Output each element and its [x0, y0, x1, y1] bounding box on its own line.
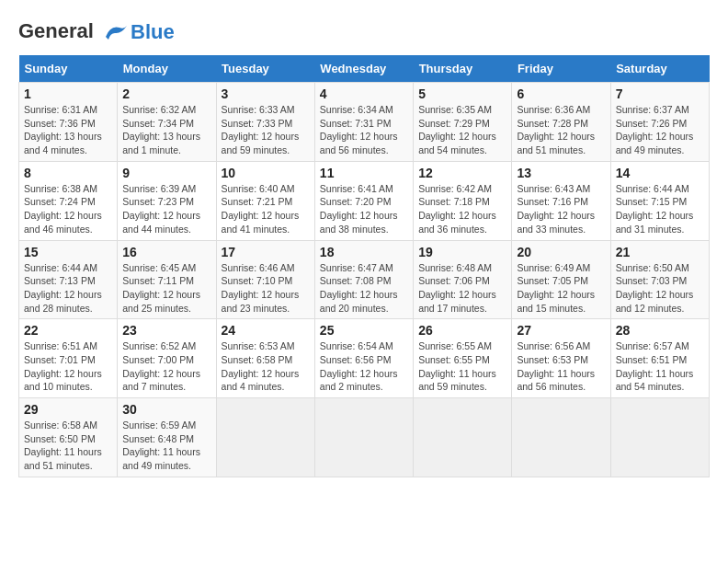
day-detail: Sunrise: 6:42 AMSunset: 7:18 PMDaylight:… — [418, 183, 496, 235]
calendar-cell: 2 Sunrise: 6:32 AMSunset: 7:34 PMDayligh… — [118, 83, 216, 162]
day-detail: Sunrise: 6:49 AMSunset: 7:05 PMDaylight:… — [517, 262, 595, 314]
day-detail: Sunrise: 6:35 AMSunset: 7:29 PMDaylight:… — [418, 104, 496, 155]
calendar-cell: 6 Sunrise: 6:36 AMSunset: 7:28 PMDayligh… — [512, 83, 610, 162]
calendar-cell: 8 Sunrise: 6:38 AMSunset: 7:24 PMDayligh… — [19, 161, 118, 240]
day-number: 17 — [222, 245, 310, 259]
calendar-body: 1 Sunrise: 6:31 AMSunset: 7:36 PMDayligh… — [19, 83, 710, 477]
col-header-friday: Friday — [512, 55, 610, 83]
calendar-week-row: 15 Sunrise: 6:44 AMSunset: 7:13 PMDaylig… — [19, 240, 710, 319]
day-detail: Sunrise: 6:50 AMSunset: 7:03 PMDaylight:… — [616, 262, 694, 314]
col-header-tuesday: Tuesday — [216, 55, 314, 83]
calendar-cell: 3 Sunrise: 6:33 AMSunset: 7:33 PMDayligh… — [216, 83, 314, 162]
day-number: 5 — [418, 86, 506, 101]
calendar-cell: 29 Sunrise: 6:58 AMSunset: 6:50 PMDaylig… — [19, 398, 118, 477]
day-detail: Sunrise: 6:56 AMSunset: 6:53 PMDaylight:… — [517, 340, 595, 392]
day-detail: Sunrise: 6:54 AMSunset: 6:56 PMDaylight:… — [320, 340, 398, 392]
day-detail: Sunrise: 6:37 AMSunset: 7:26 PMDaylight:… — [616, 104, 694, 155]
calendar-cell — [610, 398, 709, 477]
calendar-week-row: 8 Sunrise: 6:38 AMSunset: 7:24 PMDayligh… — [19, 161, 710, 240]
calendar-cell: 1 Sunrise: 6:31 AMSunset: 7:36 PMDayligh… — [19, 83, 118, 162]
day-number: 18 — [320, 245, 408, 259]
page-header: General Blue — [18, 18, 710, 46]
day-number: 10 — [222, 166, 310, 180]
calendar-cell: 18 Sunrise: 6:47 AMSunset: 7:08 PMDaylig… — [314, 240, 413, 319]
calendar-cell: 13 Sunrise: 6:43 AMSunset: 7:16 PMDaylig… — [512, 161, 610, 240]
day-number: 19 — [418, 245, 506, 259]
day-detail: Sunrise: 6:36 AMSunset: 7:28 PMDaylight:… — [517, 104, 595, 155]
calendar-cell — [512, 398, 610, 477]
day-number: 15 — [24, 245, 112, 259]
day-number: 2 — [122, 86, 210, 101]
day-number: 6 — [517, 86, 605, 101]
col-header-sunday: Sunday — [19, 55, 118, 83]
day-number: 23 — [122, 323, 210, 338]
calendar-cell: 9 Sunrise: 6:39 AMSunset: 7:23 PMDayligh… — [118, 161, 216, 240]
calendar-cell — [314, 398, 413, 477]
day-number: 30 — [122, 402, 210, 417]
day-detail: Sunrise: 6:57 AMSunset: 6:51 PMDaylight:… — [616, 340, 694, 392]
calendar-cell: 21 Sunrise: 6:50 AMSunset: 7:03 PMDaylig… — [610, 240, 709, 319]
day-detail: Sunrise: 6:33 AMSunset: 7:33 PMDaylight:… — [222, 104, 300, 155]
day-detail: Sunrise: 6:52 AMSunset: 7:00 PMDaylight:… — [122, 340, 200, 392]
logo-general: General — [18, 19, 94, 42]
day-number: 21 — [616, 245, 704, 259]
day-detail: Sunrise: 6:40 AMSunset: 7:21 PMDaylight:… — [222, 183, 300, 235]
col-header-thursday: Thursday — [414, 55, 512, 83]
calendar-cell: 4 Sunrise: 6:34 AMSunset: 7:31 PMDayligh… — [314, 83, 413, 162]
day-number: 11 — [320, 166, 408, 180]
day-number: 3 — [222, 86, 310, 101]
calendar-cell: 28 Sunrise: 6:57 AMSunset: 6:51 PMDaylig… — [610, 319, 709, 398]
day-number: 28 — [616, 323, 704, 338]
day-number: 16 — [122, 245, 210, 259]
calendar-week-row: 29 Sunrise: 6:58 AMSunset: 6:50 PMDaylig… — [19, 398, 710, 477]
calendar-week-row: 1 Sunrise: 6:31 AMSunset: 7:36 PMDayligh… — [19, 83, 710, 162]
col-header-saturday: Saturday — [610, 55, 709, 83]
day-detail: Sunrise: 6:47 AMSunset: 7:08 PMDaylight:… — [320, 262, 398, 314]
day-detail: Sunrise: 6:38 AMSunset: 7:24 PMDaylight:… — [24, 183, 102, 235]
calendar-table: SundayMondayTuesdayWednesdayThursdayFrid… — [18, 55, 710, 477]
day-number: 12 — [418, 166, 506, 180]
day-detail: Sunrise: 6:34 AMSunset: 7:31 PMDaylight:… — [320, 104, 398, 155]
day-number: 27 — [517, 323, 605, 338]
calendar-cell: 23 Sunrise: 6:52 AMSunset: 7:00 PMDaylig… — [118, 319, 216, 398]
day-detail: Sunrise: 6:31 AMSunset: 7:36 PMDaylight:… — [24, 104, 102, 155]
day-number: 4 — [320, 86, 408, 101]
day-detail: Sunrise: 6:48 AMSunset: 7:06 PMDaylight:… — [418, 262, 496, 314]
col-header-wednesday: Wednesday — [314, 55, 413, 83]
calendar-cell: 24 Sunrise: 6:53 AMSunset: 6:58 PMDaylig… — [216, 319, 314, 398]
day-detail: Sunrise: 6:44 AMSunset: 7:15 PMDaylight:… — [616, 183, 694, 235]
day-number: 22 — [24, 323, 112, 338]
calendar-cell — [216, 398, 314, 477]
day-number: 25 — [320, 323, 408, 338]
day-detail: Sunrise: 6:58 AMSunset: 6:50 PMDaylight:… — [24, 419, 102, 471]
logo: General Blue — [18, 18, 175, 46]
calendar-cell: 22 Sunrise: 6:51 AMSunset: 7:01 PMDaylig… — [19, 319, 118, 398]
calendar-cell: 19 Sunrise: 6:48 AMSunset: 7:06 PMDaylig… — [414, 240, 512, 319]
day-number: 7 — [616, 86, 704, 101]
logo-bird-icon — [101, 18, 129, 46]
calendar-cell — [414, 398, 512, 477]
calendar-cell: 14 Sunrise: 6:44 AMSunset: 7:15 PMDaylig… — [610, 161, 709, 240]
logo-blue: Blue — [131, 20, 175, 44]
calendar-cell: 7 Sunrise: 6:37 AMSunset: 7:26 PMDayligh… — [610, 83, 709, 162]
day-number: 24 — [222, 323, 310, 338]
calendar-cell: 26 Sunrise: 6:55 AMSunset: 6:55 PMDaylig… — [414, 319, 512, 398]
day-detail: Sunrise: 6:39 AMSunset: 7:23 PMDaylight:… — [122, 183, 200, 235]
calendar-cell: 17 Sunrise: 6:46 AMSunset: 7:10 PMDaylig… — [216, 240, 314, 319]
day-number: 1 — [24, 86, 112, 101]
day-number: 9 — [122, 166, 210, 180]
day-number: 8 — [24, 166, 112, 180]
calendar-cell: 10 Sunrise: 6:40 AMSunset: 7:21 PMDaylig… — [216, 161, 314, 240]
day-number: 29 — [24, 402, 112, 417]
day-detail: Sunrise: 6:51 AMSunset: 7:01 PMDaylight:… — [24, 340, 102, 392]
calendar-cell: 5 Sunrise: 6:35 AMSunset: 7:29 PMDayligh… — [414, 83, 512, 162]
calendar-header-row: SundayMondayTuesdayWednesdayThursdayFrid… — [19, 55, 710, 83]
day-number: 20 — [517, 245, 605, 259]
day-number: 26 — [418, 323, 506, 338]
day-detail: Sunrise: 6:46 AMSunset: 7:10 PMDaylight:… — [222, 262, 300, 314]
day-detail: Sunrise: 6:59 AMSunset: 6:48 PMDaylight:… — [122, 419, 200, 471]
day-detail: Sunrise: 6:41 AMSunset: 7:20 PMDaylight:… — [320, 183, 398, 235]
day-detail: Sunrise: 6:45 AMSunset: 7:11 PMDaylight:… — [122, 262, 200, 314]
calendar-cell: 15 Sunrise: 6:44 AMSunset: 7:13 PMDaylig… — [19, 240, 118, 319]
calendar-cell: 25 Sunrise: 6:54 AMSunset: 6:56 PMDaylig… — [314, 319, 413, 398]
